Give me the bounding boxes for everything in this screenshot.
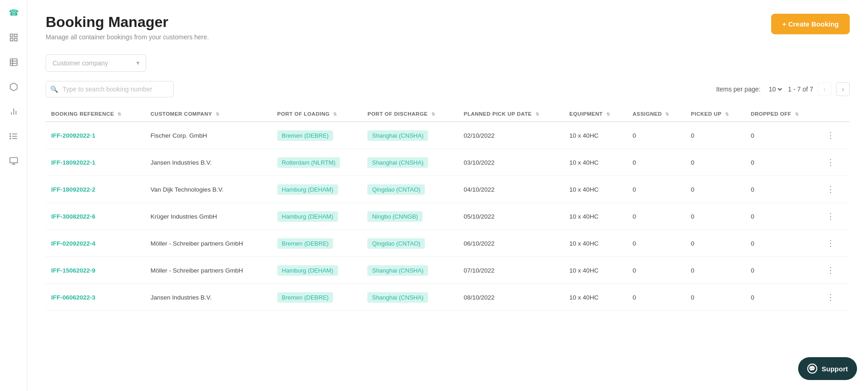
bookings-icon[interactable] [5, 54, 22, 70]
containers-icon[interactable] [5, 79, 22, 95]
port-loading-badge: Bremen (DEBRE) [277, 292, 333, 303]
sort-icon: ⇅ [606, 112, 610, 117]
port-discharge-badge: Shanghai (CNSHA) [367, 265, 428, 276]
svg-point-15 [10, 136, 11, 137]
items-per-page-select[interactable]: 10 25 50 [767, 85, 783, 93]
port-loading-badge: Hamburg (DEHAM) [277, 211, 338, 222]
col-port-discharge[interactable]: PORT OF DISCHARGE ⇅ [362, 107, 458, 122]
dashboard-icon[interactable] [5, 29, 22, 46]
cell-planned-pickup: 02/10/2022 [458, 122, 564, 149]
col-picked-up[interactable]: PICKED UP ⇅ [685, 107, 745, 122]
cell-picked-up: 0 [685, 257, 745, 284]
support-button[interactable]: 💬 Support [798, 357, 857, 380]
settings-icon[interactable] [5, 153, 22, 169]
page-header: Booking Manager Manage all container boo… [46, 14, 850, 41]
customer-company-select[interactable]: Customer company [46, 54, 146, 72]
pagination-next-button[interactable]: › [836, 82, 850, 96]
customer-company-dropdown[interactable]: Customer company ▼ [46, 54, 146, 72]
page-subtitle: Manage all container bookings from your … [46, 33, 209, 41]
row-actions-button[interactable]: ⋮ [823, 236, 838, 250]
cell-customer-company: Fischer Corp. GmbH [145, 122, 272, 149]
cell-booking-ref: IFF-18092022-1 [46, 149, 145, 176]
search-input[interactable] [46, 81, 174, 97]
booking-ref-link[interactable]: IFF-06062022-3 [51, 294, 95, 301]
cell-actions: ⋮ [817, 176, 850, 203]
cell-picked-up: 0 [685, 176, 745, 203]
cell-planned-pickup: 03/10/2022 [458, 149, 564, 176]
col-dropped-off[interactable]: DROPPED OFF ⇅ [745, 107, 817, 122]
booking-ref-link[interactable]: IFF-02092022-4 [51, 240, 95, 247]
sort-icon: ⇅ [216, 112, 220, 117]
row-actions-button[interactable]: ⋮ [823, 263, 838, 277]
booking-ref-link[interactable]: IFF-15062022-9 [51, 267, 95, 274]
col-customer-company[interactable]: CUSTOMER COMPANY ⇅ [145, 107, 272, 122]
port-loading-badge: Rotterdam (NLRTM) [277, 157, 340, 168]
pagination-prev-button[interactable]: ‹ [818, 82, 831, 96]
booking-ref-link[interactable]: IFF-18092022-2 [51, 186, 95, 193]
col-assigned[interactable]: ASSIGNED ⇅ [627, 107, 686, 122]
cell-dropped-off: 0 [745, 257, 817, 284]
sidebar: ☎ [0, 0, 27, 391]
port-discharge-badge: Qingdao (CNTAO) [367, 238, 425, 249]
col-booking-ref[interactable]: BOOKING REFERENCE ⇅ [46, 107, 145, 122]
cell-actions: ⋮ [817, 257, 850, 284]
cell-customer-company: Jansen Industries B.V. [145, 284, 272, 311]
table-row: IFF-20092022-1 Fischer Corp. GmbH Bremen… [46, 122, 850, 149]
sort-icon: ⇅ [431, 112, 435, 117]
cell-dropped-off: 0 [745, 230, 817, 257]
cell-equipment: 10 x 40HC [564, 176, 627, 203]
page-title-block: Booking Manager Manage all container boo… [46, 14, 209, 41]
support-label: Support [822, 365, 848, 373]
port-loading-badge: Bremen (DEBRE) [277, 130, 333, 141]
table-row: IFF-15062022-9 Möller - Schreiber partne… [46, 257, 850, 284]
cell-assigned: 0 [627, 176, 686, 203]
booking-ref-link[interactable]: IFF-20092022-1 [51, 132, 95, 139]
svg-rect-1 [14, 34, 17, 37]
cell-port-discharge: Shanghai (CNSHA) [362, 122, 458, 149]
cell-picked-up: 0 [685, 203, 745, 230]
cell-port-loading: Hamburg (DEHAM) [272, 203, 362, 230]
cell-booking-ref: IFF-30082022-6 [46, 203, 145, 230]
cell-port-discharge: Ningbo (CNNGB) [362, 203, 458, 230]
cell-actions: ⋮ [817, 149, 850, 176]
row-actions-button[interactable]: ⋮ [823, 209, 838, 223]
row-actions-button[interactable]: ⋮ [823, 155, 838, 169]
port-discharge-badge: Shanghai (CNSHA) [367, 292, 428, 303]
cell-port-loading: Bremen (DEBRE) [272, 284, 362, 311]
headset-icon[interactable]: ☎ [5, 5, 22, 21]
booking-ref-link[interactable]: IFF-18092022-1 [51, 159, 95, 166]
row-actions-button[interactable]: ⋮ [823, 290, 838, 304]
items-per-page-label: Items per page: [716, 86, 760, 93]
row-actions-button[interactable]: ⋮ [823, 182, 838, 196]
col-equipment[interactable]: EQUIPMENT ⇅ [564, 107, 627, 122]
port-discharge-badge: Shanghai (CNSHA) [367, 130, 428, 141]
cell-customer-company: Möller - Schreiber partners GmbH [145, 257, 272, 284]
cell-booking-ref: IFF-06062022-3 [46, 284, 145, 311]
booking-ref-link[interactable]: IFF-30082022-6 [51, 213, 95, 220]
cell-equipment: 10 x 40HC [564, 203, 627, 230]
cell-booking-ref: IFF-15062022-9 [46, 257, 145, 284]
svg-rect-3 [14, 38, 17, 41]
analytics-icon[interactable] [5, 103, 22, 120]
cell-customer-company: Möller - Schreiber partners GmbH [145, 230, 272, 257]
col-actions [817, 107, 850, 122]
cell-picked-up: 0 [685, 230, 745, 257]
cell-equipment: 10 x 40HC [564, 230, 627, 257]
port-discharge-badge: Shanghai (CNSHA) [367, 157, 428, 168]
cell-equipment: 10 x 40HC [564, 284, 627, 311]
cell-customer-company: Van Dijk Technologies B.V. [145, 176, 272, 203]
main-content: Booking Manager Manage all container boo… [27, 0, 868, 391]
table-row: IFF-30082022-6 Krüger Industries GmbH Ha… [46, 203, 850, 230]
sort-icon: ⇅ [665, 112, 669, 117]
cell-port-loading: Hamburg (DEHAM) [272, 257, 362, 284]
list-icon[interactable] [5, 128, 22, 145]
search-pagination-row: 🔍 Items per page: 10 25 50 1 - 7 of 7 ‹ … [46, 81, 850, 97]
page-title: Booking Manager [46, 14, 209, 31]
row-actions-button[interactable]: ⋮ [823, 129, 838, 142]
col-port-loading[interactable]: PORT OF LOADING ⇅ [272, 107, 362, 122]
col-planned-pickup[interactable]: PLANNED PICK UP DATE ⇅ [458, 107, 564, 122]
cell-planned-pickup: 07/10/2022 [458, 257, 564, 284]
cell-planned-pickup: 04/10/2022 [458, 176, 564, 203]
create-booking-button[interactable]: + Create Booking [771, 14, 850, 34]
cell-port-discharge: Qingdao (CNTAO) [362, 176, 458, 203]
